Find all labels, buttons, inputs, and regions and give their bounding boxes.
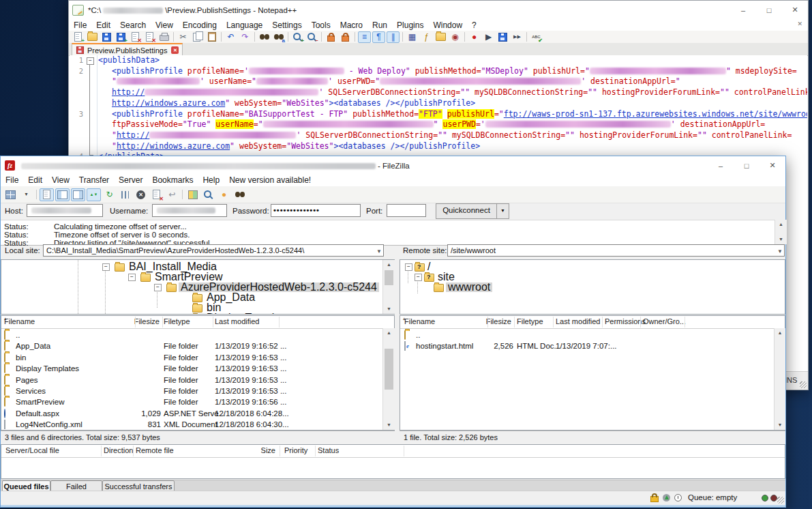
npp-menu-run[interactable]: Run (367, 20, 392, 30)
site-manager-button[interactable] (3, 188, 18, 201)
close-all-button[interactable]: ✕ (143, 31, 156, 43)
tree-expander-icon[interactable]: − (128, 274, 136, 281)
toggle-message-log-button[interactable] (40, 188, 54, 201)
npp-menu-window[interactable]: Window (428, 20, 467, 30)
npp-close-button[interactable]: ✕ (782, 1, 808, 19)
disconnect-button[interactable]: ✕ (149, 188, 164, 201)
document-monitor-button[interactable]: ◉ (449, 31, 462, 43)
undo-button[interactable]: ↶ (224, 31, 237, 43)
redo-button[interactable]: ↷ (239, 31, 252, 43)
remote-tree-node-item[interactable]: / (425, 262, 432, 272)
fz-resize-grip[interactable] (777, 497, 784, 504)
sync-horizontal-scroll-button[interactable] (339, 31, 352, 43)
password-input[interactable]: •••••••••••••• (271, 204, 361, 217)
npp-titlebar[interactable]: *C:\\Preview.PublishSettings - Notepad++… (69, 1, 808, 19)
remote-list-scrollbar[interactable]: ▲▼ (774, 328, 785, 430)
play-macro-button[interactable]: ▶ (482, 31, 495, 43)
directory-comparison-button[interactable] (185, 188, 200, 201)
npp-menu-encoding[interactable]: Encoding (178, 20, 222, 30)
fz-menu-file[interactable]: File (1, 175, 23, 185)
replace-button[interactable]: a (272, 31, 285, 43)
synchronized-browsing-button[interactable]: ● (217, 188, 231, 201)
host-input[interactable] (27, 204, 103, 217)
copy-button[interactable] (191, 31, 204, 43)
word-wrap-button[interactable]: ≡ (358, 31, 371, 43)
fz-menu-view[interactable]: View (47, 175, 74, 185)
log-scrollbar[interactable]: ▲▼ (775, 220, 787, 244)
local-tree[interactable]: −BAI_Install_Media−SmartPreview−AzurePro… (1, 259, 395, 315)
local-tree-node-app-data[interactable]: App_Data (205, 293, 257, 302)
npp-menu-macro[interactable]: Macro (335, 20, 367, 30)
directory-row-smartpreview[interactable]: SmartPreviewFile folder1/13/2019 9:16:56… (1, 396, 394, 407)
fz-menu-server[interactable]: Server (114, 175, 147, 185)
list-header[interactable]: Filename▴FilesizeFiletypeLast modifiedPe… (400, 316, 785, 329)
cancel-operation-button[interactable] (134, 188, 148, 201)
list-header[interactable]: Filename▴FilesizeFiletypeLast modified (1, 316, 394, 329)
local-tree-node-display-templates[interactable]: Display Templates (205, 313, 297, 315)
column-header-filetype[interactable]: Filetype (164, 317, 190, 325)
file-row-log4netconfig-xml[interactable]: Log4NetConfig.xml831XML Document12/18/20… (1, 419, 394, 430)
column-header-priority[interactable]: Priority (284, 446, 307, 454)
tab-close-icon[interactable]: ✕ (171, 46, 179, 54)
fold-collapse-icon[interactable]: − (87, 57, 94, 65)
fz-menu-edit[interactable]: Edit (23, 175, 47, 185)
directory-row-item[interactable]: .. (1, 330, 394, 340)
zoom-out-button[interactable]: − (305, 31, 318, 43)
npp-menu-plugins[interactable]: Plugins (392, 20, 428, 30)
speed-limits-icon[interactable] (663, 494, 670, 501)
function-list-button[interactable]: ƒ (420, 31, 433, 43)
refresh-button[interactable]: ↻ (102, 188, 117, 201)
column-header-remote-file[interactable]: Remote file (136, 446, 174, 454)
reconnect-button[interactable]: ↩ (165, 188, 179, 201)
remote-tree[interactable]: −?/−?sitewwwroot (400, 259, 785, 315)
folder-as-workspace-button[interactable] (434, 31, 447, 43)
remote-file-list[interactable]: Filename▴FilesizeFiletypeLast modifiedPe… (400, 315, 785, 431)
directory-row-display-templates[interactable]: Display TemplatesFile folder1/13/2019 9:… (1, 363, 394, 374)
paste-button[interactable] (205, 31, 218, 43)
column-header-owner-gro[interactable]: Owner/Gro... (643, 317, 686, 325)
username-input[interactable] (152, 204, 227, 217)
file-row-hostingstart-html[interactable]: hostingstart.html2,526HTML Doc...1/13/20… (400, 340, 785, 351)
find-button[interactable] (258, 31, 271, 43)
toggle-local-tree-button[interactable] (55, 188, 70, 201)
fz-close-button[interactable]: ✕ (760, 156, 785, 175)
npp-document-close-button[interactable]: ✕ (797, 20, 802, 27)
local-tree-node-bai-install-media[interactable]: BAI_Install_Media (127, 262, 219, 272)
directory-filter-button[interactable] (201, 188, 215, 201)
column-header-size[interactable]: Size (235, 446, 275, 454)
tree-expander-icon[interactable]: − (415, 274, 422, 281)
column-header-filesize[interactable]: Filesize (486, 317, 511, 325)
tree-expander-icon[interactable]: − (405, 263, 412, 271)
column-header-filename[interactable]: Filename (404, 317, 435, 325)
npp-menu-language[interactable]: Language (222, 20, 267, 30)
column-header-filename[interactable]: Filename (4, 317, 35, 325)
open-file-button[interactable] (86, 31, 99, 43)
npp-minimize-button[interactable]: – (730, 1, 756, 19)
port-input[interactable] (387, 204, 426, 217)
save-all-button[interactable]: + (115, 31, 127, 43)
npp-menu-file[interactable]: File (69, 20, 91, 30)
quickconnect-dropdown-button[interactable]: ▼ (496, 203, 509, 219)
directory-row-app-data[interactable]: App_DataFile folder1/13/2019 9:16:52 ... (1, 340, 394, 351)
zoom-in-button[interactable]: + (291, 31, 304, 43)
local-tree-node-azureproviderhostedweb-1-2-3-0-c5244[interactable]: AzureProviderHostedWeb-1.2.3.0-c5244 (179, 282, 379, 292)
fz-maximize-button[interactable]: □ (734, 156, 760, 175)
save-file-button[interactable] (100, 31, 113, 43)
remote-site-combo[interactable]: /site/wwwroot▼ (447, 244, 785, 257)
tab-preview-publishsettings[interactable]: Preview.PublishSettings ✕ (72, 43, 183, 57)
quickconnect-button[interactable]: Quickconnect (436, 203, 497, 219)
column-header-filetype[interactable]: Filetype (517, 317, 543, 325)
indent-guides-button[interactable]: ∥ (387, 31, 400, 43)
queue-header[interactable]: Server/Local fileDirectionRemote fileSiz… (1, 445, 785, 458)
column-header-direction[interactable]: Direction (104, 446, 133, 454)
directory-row-bin[interactable]: binFile folder1/13/2019 9:16:53 ... (1, 352, 394, 363)
spell-check-button[interactable]: ABC✔ (530, 31, 543, 43)
fz-menu-new-version-available[interactable]: New version available! (224, 175, 316, 185)
column-header-filesize[interactable]: Filesize (134, 317, 160, 325)
remote-tree-node-site[interactable]: site (436, 272, 457, 282)
local-tree-scrollbar[interactable]: ▲▼ (382, 260, 395, 314)
document-map-button[interactable]: ▦ (406, 31, 419, 43)
close-file-button[interactable]: ✕ (129, 31, 142, 43)
new-file-button[interactable]: + (72, 31, 85, 43)
show-all-characters-button[interactable]: ¶ (372, 31, 385, 43)
